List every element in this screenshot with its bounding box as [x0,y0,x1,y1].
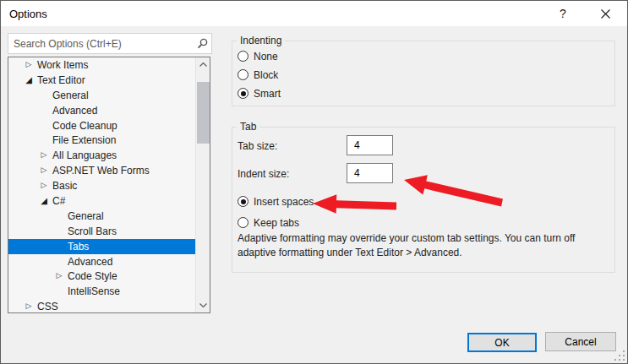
tree-item-label: ASP.NET Web Forms [52,165,150,177]
search-input[interactable] [8,34,193,53]
tab-group: Tab Tab size: Indent size: Insert spaces… [232,127,615,273]
options-tree: ▷Work Items◢Text EditorGeneralAdvancedCo… [8,57,210,313]
radio-unselected-icon[interactable] [238,51,248,62]
indenting-group: Indenting NoneBlockSmart [232,41,615,106]
tree-item-file-extension[interactable]: File Extension [8,133,195,148]
tree-item-general[interactable]: General [8,209,195,224]
ok-button-label: OK [494,337,509,349]
tree-item-label: IntelliSense [68,285,120,297]
tab-group-title: Tab [237,121,259,133]
chevron-up-icon [199,62,207,67]
expanded-arrow-icon[interactable]: ◢ [35,193,52,209]
options-dialog: Options ? ▷Work Items◢Text EditorGeneral… [0,0,628,364]
radio-keep-tabs[interactable]: Keep tabs [238,215,299,230]
tree-item-code-style[interactable]: ▷Code Style [8,269,195,284]
collapsed-arrow-icon[interactable]: ▷ [20,57,37,73]
radio-none[interactable]: None [238,49,278,63]
tree-item-label: CSS [37,301,58,312]
indent-size-input[interactable] [347,163,393,183]
tree-item-label: Text Editor [37,74,85,86]
resize-grip[interactable] [614,350,625,361]
help-icon: ? [560,7,566,20]
radio-label: Keep tabs [254,217,299,229]
tab-size-label: Tab size: [238,140,277,152]
collapsed-arrow-icon[interactable]: ▷ [20,299,37,313]
scroll-up-button[interactable] [196,57,210,72]
tree-item-work-items[interactable]: ▷Work Items [8,57,195,73]
tree-item-asp-net-web-forms[interactable]: ▷ASP.NET Web Forms [8,163,195,178]
adaptive-formatting-note: Adaptive formatting may override your cu… [238,231,614,260]
tree-item-label: Basic [52,180,77,192]
tree-item-basic[interactable]: ▷Basic [8,178,195,193]
tree-item-label: General [68,210,104,222]
close-icon [601,9,610,19]
radio-insert-spaces[interactable]: Insert spaces [238,194,314,209]
tree-item-label: Work Items [37,59,88,71]
tree-item-label: Advanced [52,105,97,117]
tree-item-label: Tabs [68,241,89,253]
dialog-title: Options [9,8,47,20]
tree-item-label: C# [52,195,65,207]
collapsed-arrow-icon[interactable]: ▷ [35,163,52,178]
tree-item-label: File Extension [52,134,116,146]
cancel-button[interactable]: Cancel [545,332,616,351]
radio-label: Smart [254,88,281,100]
radio-block[interactable]: Block [238,68,278,82]
tree-item-label: Code Style [68,270,117,282]
radio-label: Insert spaces [254,196,314,208]
tree-item-label: All Languages [52,149,117,161]
tree-item-scroll-bars[interactable]: Scroll Bars [8,224,195,239]
close-button[interactable] [590,1,620,26]
tree-item-label: Scroll Bars [68,225,117,237]
scroll-down-button[interactable] [196,298,210,312]
indent-size-label: Indent size: [238,168,289,180]
tree-scrollbar[interactable] [195,57,210,312]
radio-unselected-icon[interactable] [238,69,248,80]
tree-item-text-editor[interactable]: ◢Text Editor [8,73,195,88]
help-button[interactable]: ? [548,1,578,26]
tree-item-code-cleanup[interactable]: Code Cleanup [8,118,195,133]
search-icon[interactable] [193,34,211,53]
tree-item-tabs[interactable]: Tabs [8,239,195,254]
tree-item-label: Advanced [68,256,112,268]
radio-label: None [254,51,278,62]
scrollbar-thumb[interactable] [197,82,210,144]
radio-smart[interactable]: Smart [238,86,281,101]
chevron-down-icon [199,303,207,307]
radio-selected-icon[interactable] [238,196,248,207]
tree-item-label: General [52,90,89,101]
radio-selected-icon[interactable] [238,88,248,99]
tree-item-label: Code Cleanup [52,120,117,132]
ok-button[interactable]: OK [467,333,537,352]
radio-label: Block [254,69,278,81]
tree-item-c-[interactable]: ◢C# [8,193,195,209]
tree-item-all-languages[interactable]: ▷All Languages [8,148,195,163]
radio-unselected-icon[interactable] [238,217,248,228]
collapsed-arrow-icon[interactable]: ▷ [51,269,68,284]
tree-rows: ▷Work Items◢Text EditorGeneralAdvancedCo… [8,57,195,312]
collapsed-arrow-icon[interactable]: ▷ [35,148,52,163]
titlebar: Options ? [1,1,627,26]
tree-item-intellisense[interactable]: IntelliSense [8,284,195,299]
tree-item-general[interactable]: General [8,88,195,103]
tree-item-advanced[interactable]: Advanced [8,103,195,118]
tree-item-css[interactable]: ▷CSS [8,299,195,313]
indenting-group-title: Indenting [237,35,285,46]
tree-item-advanced[interactable]: Advanced [8,254,195,269]
cancel-button-label: Cancel [565,336,596,348]
expanded-arrow-icon[interactable]: ◢ [20,73,37,88]
collapsed-arrow-icon[interactable]: ▷ [35,178,52,193]
search-box [8,33,212,54]
tab-size-input[interactable] [347,135,393,155]
